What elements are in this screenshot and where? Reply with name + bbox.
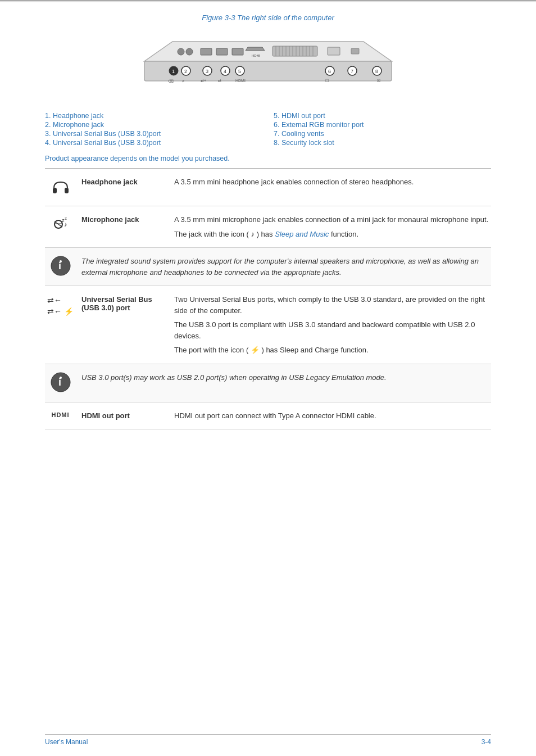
headphone-row: Headphone jack A 3.5 mm mini headphone j… (45, 169, 491, 206)
usb-icon: ⇄← ⇄← ⚡ (45, 294, 76, 317)
svg-text:3: 3 (206, 69, 208, 74)
info-icon-2: i (51, 372, 73, 394)
port-item-8: 8. Security lock slot (274, 139, 491, 147)
svg-text:4: 4 (224, 69, 226, 74)
svg-rect-6 (232, 48, 243, 55)
svg-point-3 (186, 48, 193, 55)
content: Figure 3-3 The right side of the compute… (0, 2, 536, 463)
port-item-1: 1. Headphone jack (45, 112, 262, 120)
figure-title: Figure 3-3 The right side of the compute… (45, 13, 491, 22)
svg-text:HDMI: HDMI (235, 79, 246, 83)
microphone-icon: z z ♪ (45, 214, 76, 236)
svg-text:☒: ☒ (377, 79, 380, 83)
hdmi-row: HDMI HDMI out port HDMI out port can con… (45, 402, 491, 430)
info-text-2: USB 3.0 port(s) may work as USB 2.0 port… (81, 372, 485, 383)
svg-point-2 (178, 48, 184, 55)
page: Figure 3-3 The right side of the compute… (0, 0, 536, 756)
svg-text:2: 2 (184, 69, 187, 74)
info-text-1: The integrated sound system provides sup… (81, 256, 485, 278)
product-note: Product appearance depends on the model … (45, 155, 491, 169)
headphone-jack-label: Headphone jack (81, 176, 169, 186)
svg-text:☐: ☐ (325, 79, 329, 83)
port-item-7: 7. Cooling vents (274, 130, 491, 138)
port-list-left: 1. Headphone jack 2. Microphone jack 3. … (45, 112, 262, 148)
microphone-jack-desc: A 3.5 mm mini microphone jack enables co… (174, 214, 491, 239)
svg-text:⌫: ⌫ (168, 79, 174, 83)
port-item-5: 5. HDMI out port (274, 112, 491, 120)
footer-left: User's Manual (45, 738, 88, 746)
svg-text:⇄: ⇄ (218, 79, 221, 83)
usb-label: Universal Serial Bus (USB 3.0) port (81, 294, 169, 312)
svg-rect-5 (216, 48, 228, 55)
svg-text:7: 7 (351, 69, 353, 74)
hdmi-icon: HDMI (45, 410, 76, 418)
sleep-music-link[interactable]: Sleep and Music (275, 230, 329, 238)
svg-text:♬: ♬ (181, 79, 184, 83)
port-list-right: 5. HDMI out port 6. External RGB monitor… (274, 112, 491, 148)
diagram-svg: HDMI (128, 30, 408, 103)
svg-text:8: 8 (375, 69, 378, 74)
headphone-icon (45, 176, 76, 198)
computer-diagram: HDMI (45, 30, 491, 103)
svg-rect-48 (65, 188, 69, 193)
svg-marker-7 (246, 47, 265, 51)
svg-point-57 (60, 260, 62, 262)
svg-rect-23 (351, 48, 359, 54)
svg-rect-4 (201, 48, 212, 55)
svg-text:HDMI: HDMI (252, 54, 261, 57)
svg-point-60 (60, 377, 62, 379)
svg-rect-22 (328, 47, 340, 55)
usb-desc: Two Universal Serial Bus ports, which co… (174, 294, 491, 356)
port-list: 1. Headphone jack 2. Microphone jack 3. … (45, 112, 491, 148)
svg-text:⇄+: ⇄+ (201, 79, 206, 83)
svg-text:6: 6 (328, 69, 331, 74)
microphone-jack-label: Microphone jack (81, 214, 169, 224)
hdmi-desc: HDMI out port can connect with Type A co… (174, 410, 491, 422)
footer-right: 3-4 (482, 738, 491, 746)
port-item-6: 6. External RGB monitor port (274, 121, 491, 129)
info-box-2: i USB 3.0 port(s) may work as USB 2.0 po… (45, 364, 491, 402)
headphone-jack-desc: A 3.5 mm mini headphone jack enables con… (174, 176, 491, 188)
usb-row: ⇄← ⇄← ⚡ Universal Serial Bus (USB 3.0) p… (45, 286, 491, 364)
port-item-3: 3. Universal Serial Bus (USB 3.0)port (45, 130, 262, 138)
port-item-2: 2. Microphone jack (45, 121, 262, 129)
svg-text:♪: ♪ (64, 221, 67, 228)
port-item-4: 4. Universal Serial Bus (USB 3.0)port (45, 139, 262, 147)
microphone-row: z z ♪ Microphone jack A 3.5 mm mini micr… (45, 206, 491, 248)
info-icon-1: i (51, 256, 73, 278)
hdmi-label: HDMI out port (81, 410, 169, 420)
svg-text:1: 1 (172, 69, 175, 74)
info-box-1: i The integrated sound system provides s… (45, 248, 491, 286)
footer: User's Manual 3-4 (45, 734, 491, 746)
svg-text:5: 5 (238, 69, 241, 74)
svg-text:z: z (65, 216, 67, 221)
svg-rect-47 (53, 188, 57, 193)
